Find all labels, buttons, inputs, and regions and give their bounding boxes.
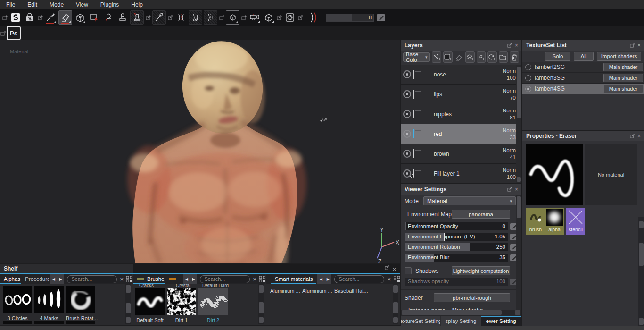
environment-blur-slider[interactable]: Environment Blur 35 — [405, 254, 508, 262]
model-3d[interactable] — [0, 40, 400, 263]
layer-visibility-icon[interactable] — [403, 130, 411, 138]
perspective-view-button[interactable] — [226, 10, 239, 25]
popout-panel-icon[interactable] — [630, 134, 635, 138]
add-effect-button[interactable] — [432, 51, 441, 63]
layer-opacity[interactable]: 41 — [503, 154, 516, 161]
add-layer-button[interactable] — [465, 51, 475, 63]
prev-tab-icon[interactable]: ◀ — [317, 274, 324, 284]
tab-alphas[interactable]: Alphas — [0, 274, 21, 284]
layer-opacity[interactable]: 33 — [503, 134, 516, 141]
layer-visibility-icon[interactable] — [403, 90, 411, 98]
layer-row[interactable]: nose Norm100 — [401, 65, 521, 85]
layer-name[interactable]: lips — [434, 91, 442, 98]
layer-opacity[interactable]: 70 — [503, 94, 516, 102]
tab-smart-materials[interactable]: Smart materials — [271, 274, 316, 284]
textureset-row[interactable]: lambert3SG Main shader — [522, 73, 644, 84]
layer-name[interactable]: nose — [434, 71, 446, 78]
photoshop-plugin-button[interactable]: Ps — [7, 26, 21, 40]
tab-textureset-settings[interactable]: extureSet Setting — [401, 316, 441, 326]
shadows-opacity-slider[interactable]: Shadows opacity 100 — [405, 278, 508, 286]
camera-rotation-icon[interactable] — [305, 11, 321, 24]
layer-thumbnail[interactable] — [413, 149, 414, 158]
all-button[interactable]: All — [574, 52, 594, 61]
properties-scrollbar[interactable] — [638, 217, 644, 326]
main-shader-button[interactable]: Main shader — [603, 85, 643, 93]
menu-view[interactable]: View — [70, 1, 94, 8]
layer-visibility-icon[interactable] — [403, 110, 411, 118]
popout-icon[interactable] — [241, 12, 247, 23]
next-tab-icon[interactable]: ▶ — [57, 274, 64, 284]
layer-name[interactable]: nipples — [434, 111, 452, 118]
eraser-effect-icon[interactable] — [454, 51, 464, 63]
popout-icon[interactable] — [297, 12, 303, 23]
layer-row[interactable]: nipples Norm81 — [401, 104, 521, 124]
popout-icon[interactable] — [145, 12, 151, 23]
layer-row[interactable]: lips Norm70 — [401, 85, 521, 104]
layer-opacity[interactable]: 100 — [503, 75, 516, 82]
alpha-brush-rotation-thumbnail[interactable] — [66, 286, 95, 313]
tab-procedurals[interactable]: Procedurals — [21, 274, 49, 284]
add-fill-layer-button[interactable] — [477, 51, 486, 63]
brushes-search-input[interactable] — [200, 275, 250, 283]
layer-blend-mode[interactable]: Norm — [503, 87, 516, 94]
grid-view-icon[interactable] — [394, 276, 400, 282]
next-tab-icon[interactable]: ▶ — [190, 274, 197, 284]
tab-hidden[interactable] — [165, 274, 182, 284]
shader-button[interactable]: pbr-metal-rough — [434, 293, 510, 302]
popout-icon[interactable] — [2, 12, 8, 23]
shadows-checkbox[interactable] — [405, 267, 412, 274]
popout-panel-icon[interactable] — [507, 43, 512, 48]
clear-search-icon[interactable]: × — [253, 276, 256, 283]
layer-name[interactable]: Fill layer 1 — [434, 170, 460, 177]
environment-opacity-slider[interactable]: Environment Opacity 0 — [405, 222, 508, 230]
layers-scrollbar[interactable] — [516, 65, 521, 183]
smudge-tool-button[interactable] — [102, 11, 115, 24]
material-clone-tool-button[interactable] — [130, 10, 144, 25]
layer-blend-mode[interactable]: Norm — [503, 147, 516, 154]
shelf-item[interactable]: Brush Rotat... — [66, 286, 95, 322]
environment-map-button[interactable]: panorama — [452, 210, 510, 219]
shelf-item[interactable]: Aluminium ... — [302, 286, 331, 295]
menu-help[interactable]: Help — [125, 1, 149, 8]
particle-brush-tool-button[interactable] — [152, 10, 166, 25]
shadows-computation-button[interactable]: Lightweight computation — [452, 266, 510, 275]
camera-settings-button[interactable] — [283, 11, 296, 24]
shelf-item[interactable]: Baseball Hat... — [334, 286, 363, 295]
close-panel-icon[interactable]: × — [392, 265, 396, 274]
popout-icon[interactable] — [37, 12, 43, 23]
popout-panel-icon[interactable] — [385, 265, 389, 270]
shelf-item[interactable]: Aluminium ... — [270, 286, 299, 295]
polygon-fill-tool-button[interactable] — [88, 11, 100, 24]
material-preview-empty[interactable]: No material — [585, 144, 637, 205]
menu-plugins[interactable]: Plugins — [94, 1, 125, 8]
menu-file[interactable]: File — [0, 1, 21, 8]
import-shaders-button[interactable]: Import shaders — [597, 52, 641, 61]
layer-thumbnail[interactable] — [413, 169, 414, 178]
add-folder-button[interactable] — [499, 51, 508, 63]
next-tab-icon[interactable]: ▶ — [324, 274, 331, 284]
layer-opacity[interactable]: 81 — [503, 114, 516, 121]
shelf-item[interactable]: Dirt 1 — [167, 288, 196, 324]
stencil-slot-tile[interactable]: stencil — [566, 208, 585, 235]
clear-search-icon[interactable]: × — [387, 276, 391, 283]
textureset-radio-icon[interactable] — [525, 86, 531, 92]
brush-stroke-preview[interactable] — [526, 144, 583, 205]
tab-display-settings[interactable]: splay Setting — [441, 316, 481, 326]
clear-search-icon[interactable]: × — [120, 276, 124, 283]
tab-viewer-settings[interactable]: ewer Setting — [481, 316, 521, 326]
alphas-scrollbar[interactable] — [125, 284, 131, 324]
layer-thumbnail[interactable] — [413, 90, 414, 99]
popout-icon[interactable] — [219, 12, 224, 23]
layer-thumbnail[interactable] — [413, 110, 414, 118]
projection-tool-button[interactable] — [74, 11, 86, 24]
textureset-radio-icon[interactable] — [525, 75, 531, 81]
close-panel-icon[interactable]: × — [515, 43, 518, 48]
smart-materials-scrollbar[interactable] — [393, 284, 398, 324]
shelf-item[interactable]: 3 Circles — [3, 286, 32, 322]
symmetry-x-button[interactable] — [189, 10, 202, 25]
layer-opacity[interactable]: 100 — [503, 174, 516, 181]
clone-tool-button[interactable] — [116, 11, 129, 24]
textureset-radio-icon[interactable] — [525, 64, 531, 70]
symmetry-mirror-button[interactable] — [204, 10, 217, 25]
prev-tab-icon[interactable]: ◀ — [50, 274, 57, 284]
